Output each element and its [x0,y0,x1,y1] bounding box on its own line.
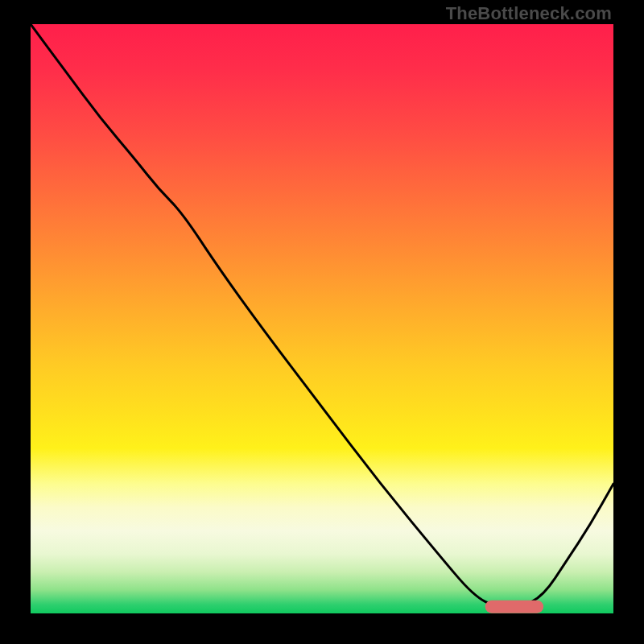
optimum-marker [485,601,543,613]
bottleneck-curve-path [31,24,613,608]
curve-svg [31,24,613,613]
chart-frame: TheBottleneck.com [0,0,644,644]
watermark-text: TheBottleneck.com [446,3,612,24]
plot-area [31,24,613,613]
